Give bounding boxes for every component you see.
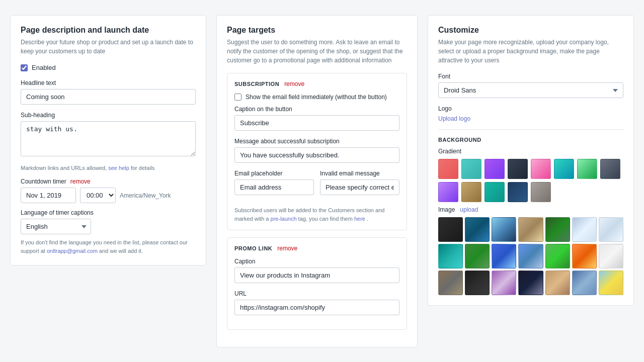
gradient-row xyxy=(438,159,623,202)
gradient-swatch-9[interactable] xyxy=(438,182,458,202)
gradient-swatch-4[interactable] xyxy=(508,159,528,179)
upload-logo-link[interactable]: Upload logo xyxy=(438,115,470,122)
logo-section: Logo Upload logo xyxy=(438,105,623,122)
gradient-swatch-5[interactable] xyxy=(531,159,551,179)
image-thumb-12[interactable] xyxy=(545,244,570,268)
show-email-checkbox[interactable] xyxy=(234,94,242,101)
promo-caption-input[interactable] xyxy=(234,267,399,283)
here-link[interactable]: here xyxy=(354,216,365,222)
page-layout: Page description and launch date Describ… xyxy=(0,0,644,362)
gradient-label: Gradient xyxy=(438,148,623,155)
caption-label: Caption on the button xyxy=(234,106,399,113)
gradient-swatch-2[interactable] xyxy=(461,159,481,179)
promo-title: PROMO LINK xyxy=(234,245,272,251)
see-help-link[interactable]: see help xyxy=(108,165,129,171)
show-email-row: Show the email field immediately (withou… xyxy=(234,94,399,101)
subscription-header: SUBSCRIPTION remove xyxy=(234,80,399,87)
image-thumb-13[interactable] xyxy=(572,244,597,268)
image-thumb-17[interactable] xyxy=(492,270,516,295)
promo-section: PROMO LINK remove Caption URL xyxy=(227,237,407,330)
subheading-group: Sub-heading stay with us. xyxy=(21,112,196,158)
image-thumb-21[interactable] xyxy=(599,270,623,295)
image-thumb-19[interactable] xyxy=(545,270,570,295)
subheading-label: Sub-heading xyxy=(21,112,196,119)
logo-label: Logo xyxy=(438,105,623,112)
image-thumb-5[interactable] xyxy=(545,217,570,242)
time-select[interactable]: 00:00 xyxy=(80,188,116,203)
subscription-remove-link[interactable]: remove xyxy=(284,80,304,87)
invalid-email-group: Invalid email message xyxy=(320,170,399,195)
success-msg-label: Message about successful subscription xyxy=(234,138,399,145)
right-title: Customize xyxy=(438,26,623,35)
left-panel: Page description and launch date Describ… xyxy=(10,15,206,265)
subscription-section: SUBSCRIPTION remove Show the email field… xyxy=(227,73,407,230)
image-thumb-1[interactable] xyxy=(438,217,463,242)
image-thumb-15[interactable] xyxy=(438,270,463,295)
support-note: If you don't find the language you need … xyxy=(21,238,196,255)
image-thumb-11[interactable] xyxy=(518,244,543,268)
invalid-email-input[interactable] xyxy=(320,179,399,195)
middle-title: Page targets xyxy=(227,26,407,35)
enabled-checkbox[interactable] xyxy=(21,64,28,71)
image-thumb-9[interactable] xyxy=(465,244,490,268)
headline-label: Headline text xyxy=(21,79,196,86)
promo-url-input[interactable] xyxy=(234,300,399,315)
gradient-swatch-11[interactable] xyxy=(485,182,505,202)
support-email-link[interactable]: onltrapp@gmail.com xyxy=(47,248,98,254)
background-title: BACKGROUND xyxy=(438,137,623,143)
image-thumb-4[interactable] xyxy=(518,217,543,242)
promo-caption-label: Caption xyxy=(234,258,399,265)
success-msg-input[interactable] xyxy=(234,147,399,163)
gradient-swatch-8[interactable] xyxy=(600,159,620,179)
caption-input[interactable] xyxy=(234,115,399,131)
image-thumb-18[interactable] xyxy=(518,270,543,295)
gradient-swatch-1[interactable] xyxy=(438,159,458,179)
subheading-input[interactable]: stay with us. xyxy=(21,121,196,156)
font-label: Font xyxy=(438,73,623,80)
right-panel: Customize Make your page more recognizab… xyxy=(428,15,634,306)
image-thumb-14[interactable] xyxy=(599,244,623,268)
image-label: Image xyxy=(438,206,455,213)
promo-remove-link[interactable]: remove xyxy=(277,245,297,252)
image-thumb-6[interactable] xyxy=(572,217,597,242)
image-thumb-7[interactable] xyxy=(599,217,623,242)
image-grid xyxy=(438,217,623,295)
image-thumb-3[interactable] xyxy=(492,217,516,242)
middle-panel: Page targets Suggest the user to do some… xyxy=(216,15,418,347)
gradient-swatch-12[interactable] xyxy=(508,182,528,202)
divider xyxy=(438,129,623,130)
promo-url-group: URL xyxy=(234,290,399,315)
image-thumb-16[interactable] xyxy=(465,270,490,295)
remove-countdown-link[interactable]: remove xyxy=(70,178,91,185)
image-thumb-8[interactable] xyxy=(438,244,463,268)
subscription-title: SUBSCRIPTION xyxy=(234,81,279,87)
middle-desc: Suggest the user to do something more. A… xyxy=(227,38,407,65)
right-desc: Make your page more recognizable, upload… xyxy=(438,38,623,65)
gradient-swatch-10[interactable] xyxy=(461,182,481,202)
enabled-label: Enabled xyxy=(32,64,56,71)
show-email-label: Show the email field immediately (withou… xyxy=(246,94,387,101)
headline-input[interactable] xyxy=(21,89,196,105)
upload-image-link[interactable]: upload xyxy=(460,206,478,213)
gradient-swatch-13[interactable] xyxy=(531,182,551,202)
lang-select[interactable]: English xyxy=(21,219,91,234)
gradient-swatch-7[interactable] xyxy=(577,159,597,179)
caption-group: Caption on the button xyxy=(234,106,399,131)
gradient-swatch-3[interactable] xyxy=(485,159,505,179)
promo-caption-group: Caption xyxy=(234,258,399,283)
date-input[interactable] xyxy=(21,188,76,203)
font-select[interactable]: Droid Sans xyxy=(438,82,623,98)
image-thumb-2[interactable] xyxy=(465,217,490,242)
image-thumb-10[interactable] xyxy=(492,244,516,268)
left-desc: Describe your future shop or product and… xyxy=(21,38,196,56)
email-placeholder-group: Email placeholder xyxy=(234,170,314,195)
image-thumb-20[interactable] xyxy=(572,270,597,295)
gradient-swatch-6[interactable] xyxy=(554,159,574,179)
countdown-label: Countdown timer xyxy=(21,178,66,185)
pre-launch-link[interactable]: pre-launch xyxy=(271,216,297,222)
lang-label: Language of timer captions xyxy=(21,209,196,216)
headline-group: Headline text xyxy=(21,79,196,105)
email-placeholder-input[interactable] xyxy=(234,179,314,195)
countdown-row: Countdown timer remove xyxy=(21,178,196,185)
success-msg-group: Message about successful subscription xyxy=(234,138,399,163)
